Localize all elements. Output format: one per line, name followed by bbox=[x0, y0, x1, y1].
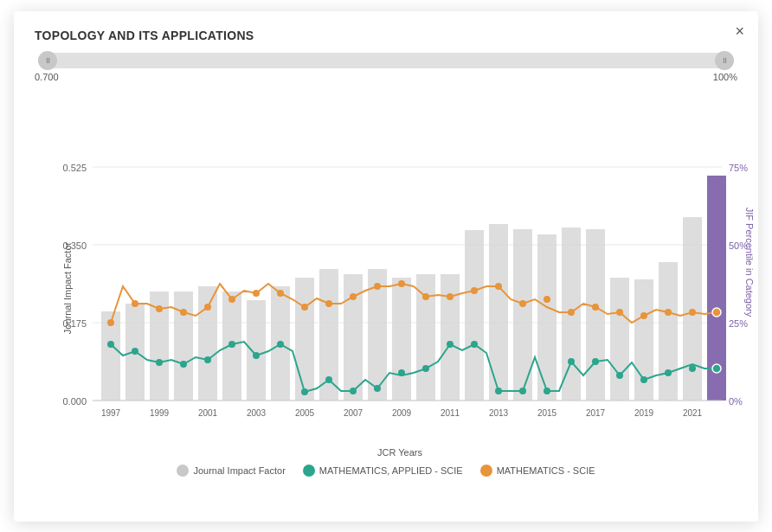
svg-point-75 bbox=[665, 369, 672, 376]
svg-rect-20 bbox=[295, 278, 314, 401]
svg-point-96 bbox=[544, 296, 550, 303]
legend-label-jif: Journal Impact Factor bbox=[193, 465, 285, 476]
svg-point-60 bbox=[301, 388, 308, 395]
legend-item-jif: Journal Impact Factor bbox=[177, 465, 285, 477]
svg-point-85 bbox=[277, 290, 284, 297]
slider-thumb-right[interactable]: ⏸ bbox=[715, 51, 734, 70]
svg-text:1999: 1999 bbox=[150, 408, 170, 418]
svg-point-94 bbox=[495, 283, 502, 290]
svg-point-105 bbox=[712, 364, 721, 373]
slider-fill bbox=[38, 53, 734, 68]
svg-point-63 bbox=[374, 385, 381, 392]
svg-rect-35 bbox=[659, 262, 678, 401]
svg-point-58 bbox=[253, 352, 260, 359]
svg-text:0.000: 0.000 bbox=[62, 396, 87, 407]
svg-text:2015: 2015 bbox=[537, 408, 557, 418]
modal-container: TOPOLOGY AND ITS APPLICATIONS × ⏸ ⏸ 0.70… bbox=[14, 11, 758, 522]
svg-point-90 bbox=[398, 280, 405, 287]
svg-text:2017: 2017 bbox=[586, 408, 606, 418]
svg-point-88 bbox=[350, 293, 357, 300]
svg-point-59 bbox=[277, 341, 284, 348]
svg-text:2001: 2001 bbox=[198, 408, 218, 418]
svg-point-82 bbox=[204, 304, 211, 311]
svg-point-53 bbox=[132, 348, 138, 355]
slider-labels: 0.700 100% bbox=[35, 72, 737, 82]
svg-point-56 bbox=[204, 356, 211, 363]
svg-point-65 bbox=[422, 365, 429, 372]
svg-point-78 bbox=[107, 319, 114, 326]
svg-point-66 bbox=[447, 341, 454, 348]
svg-text:2021: 2021 bbox=[683, 408, 703, 418]
svg-text:2003: 2003 bbox=[247, 408, 267, 418]
chart-svg: 0.525 0.350 0.175 0.000 75% 50% 25% 0% bbox=[62, 89, 755, 426]
svg-text:25%: 25% bbox=[729, 318, 748, 329]
slider-right-label: 100% bbox=[713, 72, 737, 82]
svg-point-84 bbox=[253, 290, 260, 297]
legend-label-math: MATHEMATICS - SCIE bbox=[497, 465, 595, 476]
svg-point-68 bbox=[495, 388, 502, 394]
svg-point-61 bbox=[325, 376, 332, 383]
svg-point-89 bbox=[374, 283, 381, 290]
svg-point-73 bbox=[616, 372, 623, 379]
close-button[interactable]: × bbox=[735, 23, 744, 39]
svg-rect-28 bbox=[489, 224, 508, 401]
svg-point-97 bbox=[568, 309, 575, 316]
svg-rect-24 bbox=[392, 278, 411, 401]
svg-rect-27 bbox=[465, 230, 484, 401]
modal-title: TOPOLOGY AND ITS APPLICATIONS bbox=[35, 29, 737, 42]
svg-text:75%: 75% bbox=[729, 163, 748, 173]
svg-point-79 bbox=[132, 300, 138, 307]
slider-left-label: 0.700 bbox=[35, 72, 59, 82]
svg-point-76 bbox=[689, 365, 696, 372]
svg-text:2007: 2007 bbox=[344, 408, 363, 418]
svg-point-62 bbox=[350, 388, 357, 394]
svg-rect-18 bbox=[247, 300, 266, 401]
svg-point-93 bbox=[471, 287, 478, 294]
svg-point-87 bbox=[325, 300, 332, 307]
svg-point-72 bbox=[592, 358, 599, 365]
svg-point-101 bbox=[665, 309, 672, 316]
svg-text:2013: 2013 bbox=[489, 408, 509, 418]
legend-dot-math bbox=[480, 465, 492, 477]
svg-text:2019: 2019 bbox=[634, 408, 654, 418]
svg-point-52 bbox=[107, 341, 114, 348]
svg-point-83 bbox=[228, 296, 235, 303]
svg-point-102 bbox=[689, 309, 696, 316]
svg-point-69 bbox=[519, 388, 526, 394]
legend-dot-math-applied bbox=[303, 465, 315, 477]
legend-item-math: MATHEMATICS - SCIE bbox=[480, 465, 595, 477]
svg-point-71 bbox=[568, 358, 575, 365]
svg-rect-32 bbox=[586, 229, 605, 401]
slider-thumb-left[interactable]: ⏸ bbox=[38, 51, 57, 70]
svg-point-95 bbox=[519, 300, 526, 307]
svg-text:0.525: 0.525 bbox=[62, 163, 87, 173]
svg-text:2009: 2009 bbox=[392, 408, 412, 418]
legend-label-math-applied: MATHEMATICS, APPLIED - SCIE bbox=[319, 465, 463, 476]
x-axis-label: JCR Years bbox=[62, 447, 737, 458]
svg-text:JIF Percentile in Category: JIF Percentile in Category bbox=[744, 207, 755, 317]
svg-point-92 bbox=[447, 293, 454, 300]
svg-point-91 bbox=[422, 293, 429, 300]
svg-rect-30 bbox=[537, 234, 556, 401]
svg-point-98 bbox=[592, 304, 599, 311]
svg-text:1997: 1997 bbox=[101, 408, 121, 418]
svg-rect-26 bbox=[441, 274, 460, 401]
svg-point-54 bbox=[156, 359, 163, 366]
svg-point-81 bbox=[180, 309, 187, 316]
svg-point-70 bbox=[544, 388, 550, 394]
range-slider[interactable]: ⏸ ⏸ bbox=[35, 53, 737, 68]
svg-point-74 bbox=[640, 376, 647, 383]
svg-point-64 bbox=[398, 369, 405, 376]
slider-track: ⏸ ⏸ bbox=[38, 53, 734, 68]
svg-text:2005: 2005 bbox=[295, 408, 315, 418]
svg-text:2011: 2011 bbox=[441, 408, 460, 418]
svg-rect-16 bbox=[198, 286, 217, 401]
legend: Journal Impact Factor MATHEMATICS, APPLI… bbox=[35, 465, 737, 477]
svg-point-86 bbox=[301, 304, 308, 311]
chart-area: 0.525 0.350 0.175 0.000 75% 50% 25% 0% bbox=[35, 89, 737, 444]
svg-point-100 bbox=[640, 312, 647, 319]
svg-rect-15 bbox=[174, 292, 193, 401]
svg-point-99 bbox=[616, 309, 623, 316]
svg-point-80 bbox=[156, 305, 163, 312]
svg-text:0%: 0% bbox=[729, 396, 743, 407]
